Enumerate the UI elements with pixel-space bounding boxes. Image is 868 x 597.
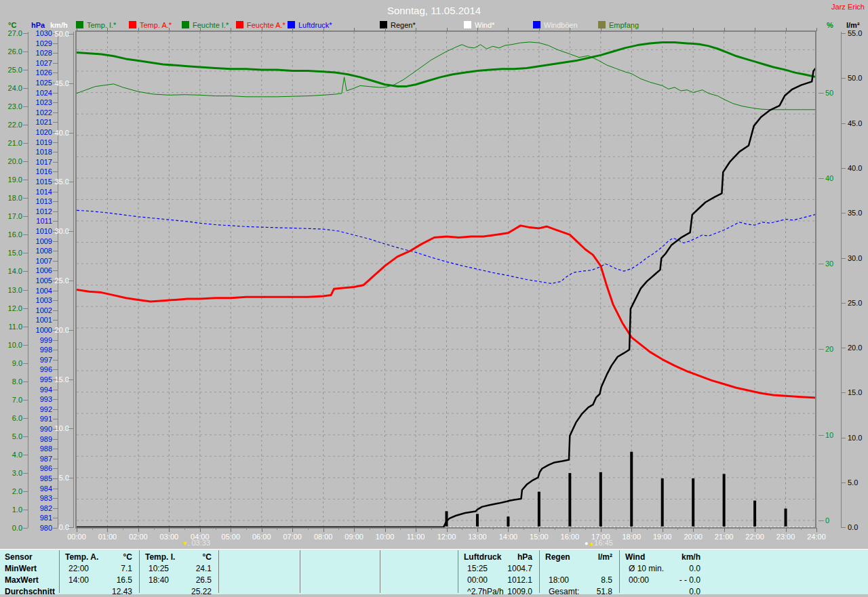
time-label: 01:00 — [94, 533, 121, 541]
axis-tick-label-hpa: 981 — [30, 514, 52, 522]
time-tick-half — [216, 528, 216, 530]
axis-tick-hpa — [53, 468, 58, 469]
axis-tick-pct — [818, 264, 824, 264]
axis-tick-label-degc: 24.0 — [1, 85, 22, 92]
table-col-unit: km/h — [619, 552, 701, 562]
sunset-time: 16:45 — [594, 539, 613, 547]
axis-tick-hpa — [53, 518, 58, 518]
time-tick-half — [370, 528, 370, 530]
axis-tick-kmh — [68, 34, 73, 35]
axis-tick-label-hpa: 992 — [30, 406, 52, 413]
axis-tick-degc — [23, 253, 28, 253]
axis-tick-kmh — [68, 83, 73, 84]
axis-tick-label-lm2: 10.0 — [848, 434, 868, 442]
axis-tick-lm2 — [841, 527, 846, 528]
time-tick — [200, 528, 201, 532]
axis-tick-label-degc: 21.0 — [1, 140, 22, 147]
axis-tick-pct — [818, 178, 824, 179]
axis-tick-hpa — [53, 489, 58, 489]
time-tick-top — [755, 28, 755, 31]
time-label: 12:00 — [433, 533, 460, 541]
axis-tick-lm2 — [841, 303, 846, 304]
sunset-marker: ●▲16:45 — [585, 539, 613, 547]
time-tick — [169, 528, 170, 532]
time-tick — [816, 528, 817, 532]
time-label: 13:00 — [464, 533, 491, 541]
table-cell-value: 1012.1 — [458, 575, 532, 585]
time-tick-top — [570, 28, 570, 31]
time-tick-top — [601, 28, 601, 31]
axis-tick-hpa — [53, 201, 58, 202]
axis-tick-label-hpa: 1007 — [30, 258, 52, 265]
axis-tick-degc — [23, 436, 28, 437]
axis-tick-label-hpa: 1029 — [30, 40, 52, 47]
time-tick — [262, 528, 262, 532]
time-label: 07:00 — [279, 533, 306, 541]
axis-tick-label-lm2: 30.0 — [848, 255, 868, 262]
time-tick-top — [416, 28, 416, 31]
axis-tick-label-lm2: 40.0 — [848, 165, 868, 172]
plot-frame — [75, 30, 816, 529]
axis-tick-label-degc: 23.0 — [1, 103, 22, 110]
axis-tick-hpa — [53, 102, 58, 103]
time-label: 05:00 — [217, 533, 244, 541]
axis-tick-label-degc: 22.0 — [1, 121, 22, 129]
axis-tick-degc — [23, 106, 28, 107]
axis-tick-label-hpa: 983 — [30, 495, 52, 502]
bottom-strip — [0, 594, 868, 597]
axis-tick-label-hpa: 1002 — [30, 307, 52, 314]
axis-tick-degc — [23, 70, 28, 70]
axis-tick-label-degc: 4.0 — [1, 451, 22, 459]
axis-tick-degc — [23, 88, 28, 89]
time-label: 06:00 — [248, 533, 275, 541]
axis-tick-label-lm2: 5.0 — [848, 479, 868, 487]
axis-tick-kmh — [68, 330, 73, 331]
time-label: 16:00 — [556, 533, 583, 541]
table-cell-value: 1004.7 — [458, 564, 532, 574]
axis-tick-kmh — [68, 133, 73, 133]
time-tick — [663, 528, 663, 532]
axis-tick-label-kmh: 35.0 — [45, 178, 69, 186]
axis-tick-degc — [23, 308, 28, 309]
table-row-label: MinWert — [5, 564, 37, 574]
time-label: 10:00 — [372, 533, 399, 541]
axis-tick-label-hpa: 988 — [30, 445, 52, 453]
axis-tick-label-hpa: 1008 — [30, 247, 52, 255]
axis-tick-hpa — [53, 142, 58, 143]
time-tick — [786, 528, 787, 532]
axis-tick-pct — [818, 435, 824, 436]
axis-tick-degc — [23, 33, 28, 34]
time-label: 19:00 — [649, 533, 676, 541]
table-row-label: Sensor — [5, 552, 33, 562]
time-tick — [755, 528, 755, 532]
axis-tick-degc — [23, 418, 28, 419]
axis-tick-label-kmh: 25.0 — [45, 277, 69, 285]
axis-tick-label-lm2: 0.0 — [848, 524, 868, 531]
axis-tick-degc — [23, 198, 28, 199]
time-tick-half — [647, 528, 648, 530]
axis-tick-label-kmh: 10.0 — [45, 425, 69, 432]
axis-tick-degc — [23, 216, 28, 217]
axis-tick-hpa — [53, 93, 58, 94]
time-tick-top — [323, 28, 324, 31]
sunrise-time: 03:33 — [192, 539, 211, 547]
time-label: 03:00 — [155, 533, 182, 541]
time-tick — [416, 528, 416, 532]
axis-tick-label-hpa: 993 — [30, 396, 52, 403]
time-tick — [693, 528, 694, 532]
time-tick-half — [709, 528, 709, 530]
axis-tick-hpa — [53, 498, 58, 499]
table-col-unit: °C — [59, 552, 132, 562]
axis-tick-label-hpa: 1024 — [30, 89, 52, 97]
time-tick-top — [508, 28, 509, 31]
axis-tick-label-degc: 20.0 — [1, 158, 22, 165]
time-tick-top — [631, 28, 632, 31]
axis-tick-label-hpa: 997 — [30, 356, 52, 364]
time-tick-half — [154, 528, 155, 530]
time-tick — [231, 528, 231, 532]
table-cell-value: 8.5 — [539, 575, 612, 585]
axis-tick-label-lm2: 20.0 — [848, 344, 868, 352]
axis-tick-degc — [23, 455, 28, 455]
axis-tick-label-hpa: 986 — [30, 465, 52, 472]
axis-tick-lm2 — [841, 213, 846, 213]
